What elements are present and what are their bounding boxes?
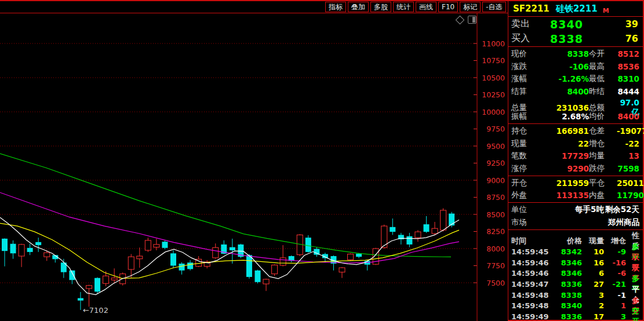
trade-price: 8336 bbox=[548, 312, 582, 321]
svg-text:8000: 8000 bbox=[486, 245, 505, 253]
ask-qty: 39 bbox=[583, 19, 638, 30]
side-panel-toggle-icon[interactable] bbox=[468, 16, 476, 24]
position-row-label-2: 均量 bbox=[589, 151, 617, 161]
ask-label: 卖出 bbox=[511, 18, 534, 30]
quote-row: 涨幅-1.26%最低8310 bbox=[508, 72, 643, 85]
toolbar-button-remove-watchlist[interactable]: -自选 bbox=[482, 2, 505, 12]
panel-separator bbox=[508, 202, 643, 203]
ask-price: 8340 bbox=[534, 18, 583, 31]
trade-position-change: -16 bbox=[604, 258, 626, 267]
trade-position-change: -21 bbox=[604, 280, 626, 289]
quote-row: 总量231036总额97.0亿 bbox=[508, 98, 643, 111]
trade-price: 8346 bbox=[548, 258, 582, 267]
open-close-row-label-1: 外盘 bbox=[511, 190, 536, 200]
position-row-label-1: 持仓 bbox=[511, 126, 536, 136]
svg-text:10000: 10000 bbox=[482, 108, 505, 116]
trade-position-change: -9 bbox=[604, 247, 626, 256]
toolbar-button-statistics[interactable]: 统计 bbox=[393, 2, 414, 12]
position-row: 笔数17729均量13 bbox=[508, 150, 643, 163]
trade-log-header-cell: 增仓 bbox=[604, 236, 626, 246]
position-row-label-2: 仓差 bbox=[589, 126, 617, 136]
quote-row: 涨跌-106最高8536 bbox=[508, 60, 643, 73]
quote-row-label-1: 振幅 bbox=[511, 111, 536, 122]
open-close-row-value-2: 250113 bbox=[617, 178, 644, 188]
info-row: 单位每手5吨剩余52天 bbox=[508, 203, 643, 216]
quote-row: 结算8400昨结8444 bbox=[508, 85, 643, 98]
toolbar-button-draw-line[interactable]: 画线 bbox=[416, 2, 436, 12]
info-row: 市场郑州商品 bbox=[508, 216, 643, 229]
quote-row-label-1: 涨幅 bbox=[511, 74, 536, 84]
position-row: 现量22增仓-22 bbox=[508, 137, 643, 150]
open-close-row-label-1: 开仓 bbox=[511, 178, 536, 188]
trade-position-change: 3 bbox=[604, 312, 626, 321]
position-row-value-2: -22 bbox=[617, 139, 639, 148]
quote-row-label-2: 最低 bbox=[589, 74, 617, 84]
trade-volume: 10 bbox=[582, 247, 604, 256]
trade-price: 8336 bbox=[548, 280, 582, 289]
svg-text:7750: 7750 bbox=[486, 261, 505, 270]
quote-panel: SF2211 硅铁2211 M 卖出 8340 39 买入 8338 76 现价… bbox=[508, 0, 644, 321]
trade-position-change: -1 bbox=[604, 291, 626, 300]
quote-row-value-1: -1.26% bbox=[536, 74, 589, 83]
position-row-value-1: 9290 bbox=[536, 164, 589, 173]
trade-time: 14:59:48 bbox=[511, 301, 548, 310]
svg-text:9000: 9000 bbox=[486, 176, 505, 185]
position-row-label-2: 跌停 bbox=[589, 163, 617, 174]
svg-text:10250: 10250 bbox=[482, 90, 505, 99]
info-label: 单位 bbox=[511, 205, 536, 215]
position-row-label-2: 增仓 bbox=[589, 138, 617, 149]
panel-separator bbox=[508, 46, 643, 47]
trading-terminal-window: 指标 叠加 多股 统计 画线 F10 标记 -自选 返回 11000107501… bbox=[0, 0, 644, 321]
panel-separator bbox=[508, 123, 643, 124]
quote-row-label-1: 涨跌 bbox=[511, 61, 536, 72]
position-row: 持仓166981仓差-19077 bbox=[508, 125, 643, 137]
toolbar-button-multi-stock[interactable]: 多股 bbox=[370, 2, 391, 12]
trade-time: 14:59:49 bbox=[511, 312, 548, 321]
candles bbox=[2, 208, 454, 310]
open-close-row-label-2: 平仓 bbox=[589, 178, 617, 188]
ask-row[interactable]: 卖出 8340 39 bbox=[508, 17, 643, 31]
quote-row: 现价8338今开8512 bbox=[508, 48, 643, 60]
chart-corner-tools bbox=[456, 15, 478, 24]
bid-row[interactable]: 买入 8338 76 bbox=[508, 31, 643, 46]
toolbar-button-indicator[interactable]: 指标 bbox=[325, 2, 346, 12]
panel-separator bbox=[508, 229, 643, 230]
trade-time: 14:59:46 bbox=[511, 269, 548, 278]
kline-chart[interactable]: 1100010750105001025010000975095009250900… bbox=[0, 13, 508, 321]
bid-label: 买入 bbox=[511, 32, 534, 45]
trade-volume: 3 bbox=[582, 291, 604, 300]
trade-time: 14:59:45 bbox=[511, 247, 548, 256]
quote-row-label-2: 均价 bbox=[589, 111, 617, 122]
panel-separator bbox=[508, 176, 643, 176]
toolbar-button-overlay[interactable]: 叠加 bbox=[348, 2, 369, 12]
quote-panel-body: 现价8338今开8512涨跌-106最高8536涨幅-1.26%最低8310结算… bbox=[508, 46, 643, 317]
position-row: 涨停9290跌停7598 bbox=[508, 162, 643, 175]
quote-row-label-2: 昨结 bbox=[589, 86, 617, 97]
svg-text:9500: 9500 bbox=[486, 142, 505, 151]
quote-row-label-1: 结算 bbox=[511, 86, 536, 97]
trade-log-header: 时间价格现量增仓性质 bbox=[508, 231, 643, 242]
period-marker: M bbox=[603, 7, 609, 14]
diamond-marker-icon[interactable] bbox=[456, 16, 465, 25]
trade-volume: 2 bbox=[582, 301, 604, 310]
toolbar-button-f10[interactable]: F10 bbox=[438, 2, 458, 12]
trade-position-change: -6 bbox=[604, 269, 626, 278]
open-close-row-value-2: 117901 bbox=[617, 191, 644, 200]
quote-row: 振幅2.68%均价8400 bbox=[508, 110, 643, 123]
trade-time: 14:59:46 bbox=[511, 258, 548, 267]
quote-row-value-2: 8400 bbox=[617, 112, 639, 121]
trade-log-header-cell: 价格 bbox=[548, 236, 582, 246]
svg-text:10500: 10500 bbox=[482, 74, 505, 82]
open-close-row-value-1: 113135 bbox=[536, 191, 589, 200]
svg-text:11000: 11000 bbox=[482, 39, 505, 48]
svg-text:9250: 9250 bbox=[486, 159, 505, 167]
quote-row-value-2: 8444 bbox=[617, 87, 639, 96]
instrument-code: SF2211 bbox=[513, 3, 550, 14]
open-close-row: 外盘113135内盘117901 bbox=[508, 189, 643, 202]
svg-text:8750: 8750 bbox=[486, 193, 505, 202]
quote-row-value-1: 8338 bbox=[536, 49, 589, 59]
toolbar-button-mark[interactable]: 标记 bbox=[460, 2, 481, 12]
open-close-row-value-1: 211959 bbox=[536, 178, 589, 188]
info-value-right: 剩余52天 bbox=[604, 205, 639, 215]
svg-text:8500: 8500 bbox=[486, 210, 505, 219]
